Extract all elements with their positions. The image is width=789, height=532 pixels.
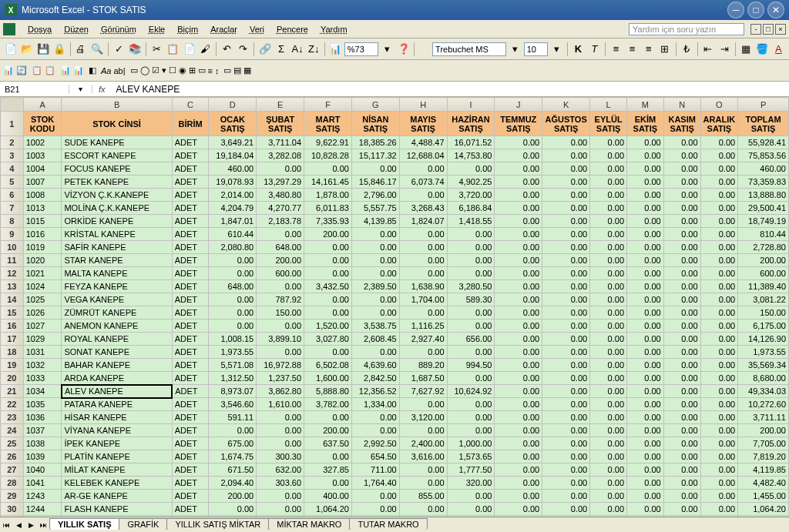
cell[interactable]: 0.00: [399, 267, 447, 280]
cell[interactable]: ADET: [172, 503, 209, 516]
cell[interactable]: 3,027.80: [304, 333, 352, 346]
cell[interactable]: 0.00: [700, 477, 738, 490]
cell[interactable]: PETEK KANEPE: [62, 176, 172, 189]
cell[interactable]: 0.00: [399, 306, 447, 320]
cell[interactable]: 0.00: [209, 293, 257, 306]
cell[interactable]: 0.00: [663, 411, 700, 424]
cell[interactable]: ADET: [172, 202, 209, 215]
cell[interactable]: 0.00: [590, 267, 627, 280]
cell[interactable]: 55,928.41: [738, 136, 789, 149]
cell[interactable]: ZÜMRÜT KANEPE: [62, 306, 172, 320]
col-header-K[interactable]: K: [542, 98, 590, 112]
cell[interactable]: 0.00: [495, 437, 542, 450]
row-header-27[interactable]: 27: [1, 463, 24, 477]
cell[interactable]: 0.00: [495, 293, 542, 306]
cell[interactable]: 0.00: [542, 463, 590, 477]
row-header-13[interactable]: 13: [1, 280, 24, 293]
cell[interactable]: 0.00: [542, 136, 590, 149]
cell[interactable]: 12,356.52: [351, 385, 399, 398]
size-dropdown-icon[interactable]: ▾: [549, 41, 564, 58]
cell[interactable]: 3,280.50: [447, 280, 495, 293]
cell[interactable]: 320.00: [447, 477, 495, 490]
cell[interactable]: 0.00: [663, 241, 700, 254]
cell[interactable]: 0.00: [304, 477, 352, 490]
indent-inc-icon[interactable]: ⇥: [717, 41, 732, 58]
cell[interactable]: 0.00: [447, 490, 495, 503]
cell[interactable]: 1,312.50: [209, 372, 257, 385]
cell[interactable]: ADET: [172, 450, 209, 463]
cell[interactable]: 1,777.50: [447, 463, 495, 477]
tb2-icon[interactable]: ▾: [162, 65, 166, 75]
refresh-icon[interactable]: 🔄: [16, 65, 27, 75]
cell[interactable]: 0.00: [590, 280, 627, 293]
cell[interactable]: 1013: [23, 202, 62, 215]
row-header-25[interactable]: 25: [1, 437, 24, 450]
cell[interactable]: KELEBEK KANEPE: [62, 477, 172, 490]
cell[interactable]: 200.00: [304, 228, 352, 241]
cell[interactable]: 0.00: [700, 202, 738, 215]
cell[interactable]: 2,728.80: [738, 241, 789, 254]
cell[interactable]: 0.00: [351, 267, 399, 280]
cell[interactable]: 0.00: [700, 149, 738, 162]
row-header-26[interactable]: 26: [1, 450, 24, 463]
cell[interactable]: ADET: [172, 490, 209, 503]
cell[interactable]: MOLİNA Ç.K.KANEPE: [62, 202, 172, 215]
cell[interactable]: ADET: [172, 437, 209, 450]
cell[interactable]: 1032: [23, 359, 62, 372]
cell[interactable]: 0.00: [663, 398, 700, 411]
row-header-24[interactable]: 24: [1, 424, 24, 437]
spelling-icon[interactable]: ✓: [112, 41, 126, 58]
open-icon[interactable]: 📂: [19, 41, 34, 58]
cell[interactable]: ADET: [172, 477, 209, 490]
research-icon[interactable]: 📚: [128, 41, 143, 58]
tb2-icon[interactable]: ▤: [233, 65, 241, 75]
cell[interactable]: 0.00: [495, 450, 542, 463]
cell[interactable]: 0.00: [209, 424, 257, 437]
cell[interactable]: 7,705.00: [738, 437, 789, 450]
cell-header[interactable]: NİSAN SATIŞ: [351, 112, 399, 136]
cell[interactable]: 0.00: [399, 424, 447, 437]
cell[interactable]: 0.00: [700, 293, 738, 306]
cell[interactable]: 1031: [23, 346, 62, 359]
cell[interactable]: 0.00: [590, 215, 627, 228]
cell[interactable]: ADET: [172, 162, 209, 176]
tb2-icon[interactable]: ☑: [152, 65, 159, 75]
cell[interactable]: 7,335.93: [304, 215, 352, 228]
tb2-icon[interactable]: ⊞: [189, 65, 196, 75]
cell[interactable]: 0.00: [542, 215, 590, 228]
cell[interactable]: 0.00: [627, 254, 664, 267]
cell[interactable]: 0.00: [663, 450, 700, 463]
tb2-icon[interactable]: ◧: [89, 65, 96, 75]
cell[interactable]: 1,455.00: [738, 490, 789, 503]
cell[interactable]: 0.00: [590, 320, 627, 333]
cell[interactable]: 11,389.40: [738, 280, 789, 293]
cell[interactable]: 0.00: [663, 254, 700, 267]
cell[interactable]: 0.00: [304, 346, 352, 359]
cell[interactable]: 0.00: [700, 450, 738, 463]
cut-icon[interactable]: ✂: [149, 41, 164, 58]
preview-icon[interactable]: 🔍: [90, 41, 105, 58]
tab-first-icon[interactable]: ⏮: [0, 519, 12, 531]
cell[interactable]: 29,500.41: [738, 202, 789, 215]
cell[interactable]: 0.00: [399, 241, 447, 254]
italic-icon[interactable]: T: [587, 41, 602, 58]
cell[interactable]: 3,649.21: [209, 136, 257, 149]
font-dropdown-icon[interactable]: ▾: [508, 41, 522, 58]
row-header-20[interactable]: 20: [1, 372, 24, 385]
cell[interactable]: 1244: [23, 503, 62, 516]
cell[interactable]: 0.00: [495, 149, 542, 162]
row-header-6[interactable]: 6: [1, 189, 24, 202]
cell[interactable]: 1002: [23, 136, 62, 149]
cell[interactable]: 0.00: [627, 411, 664, 424]
cell[interactable]: 0.00: [209, 503, 257, 516]
cell[interactable]: 0.00: [590, 503, 627, 516]
cell[interactable]: 7,819.20: [738, 450, 789, 463]
cell[interactable]: 0.00: [351, 293, 399, 306]
cell[interactable]: 150.00: [738, 306, 789, 320]
cell[interactable]: 0.00: [663, 306, 700, 320]
cell[interactable]: ADET: [172, 346, 209, 359]
align-right-icon[interactable]: ≡: [641, 41, 656, 58]
cell[interactable]: 0.00: [542, 254, 590, 267]
cell[interactable]: 303.60: [257, 477, 304, 490]
cell[interactable]: 1020: [23, 254, 62, 267]
